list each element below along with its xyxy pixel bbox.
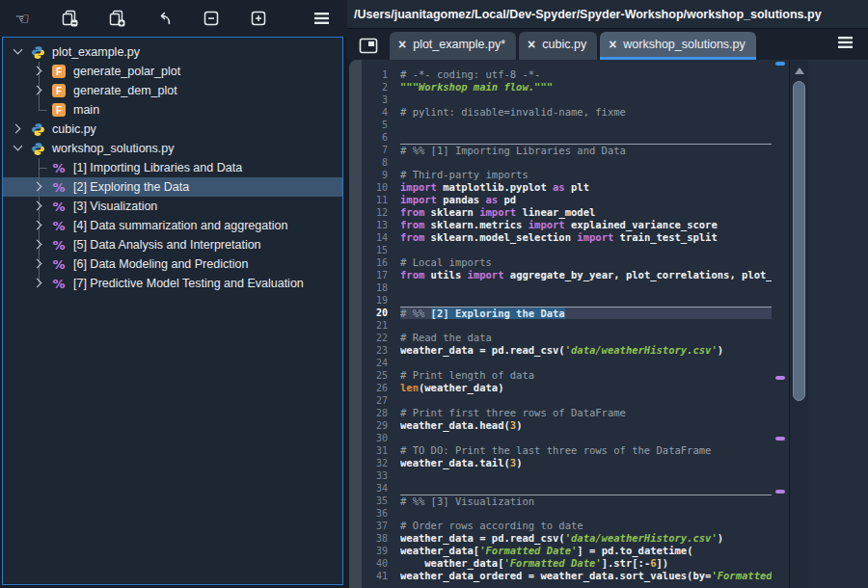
code-line-content (400, 294, 772, 307)
editor-tab[interactable]: ×cubic.py (519, 32, 597, 60)
collapse-all-button[interactable] (60, 9, 79, 28)
code-line-content: # Print first three rows of DataFrame (400, 407, 772, 419)
options-menu-button[interactable] (312, 9, 331, 28)
tab-label: cubic.py (542, 38, 586, 51)
close-icon[interactable]: × (528, 39, 535, 50)
line-number: 8 (362, 156, 400, 169)
chevron-right-icon[interactable] (30, 177, 49, 197)
go-to-cursor-icon (155, 10, 173, 27)
code-line-content (400, 357, 772, 369)
outline-pane: plot_example.pyFgenerate_polar_plotFgene… (2, 37, 343, 585)
outline-item-label: plot_example.py (47, 45, 140, 59)
code-line: 13from sklearn.metrics import explained_… (362, 219, 772, 231)
chevron-right-icon[interactable] (9, 120, 28, 139)
outline-item-label: generate_dem_plot (68, 84, 177, 97)
editor-panel: 1# -*- coding: utf-8 -*-2"""Workshop mai… (349, 60, 868, 588)
outline-item[interactable]: %[1] Importing Libraries and Data (3, 158, 342, 177)
code-line: 15 (362, 244, 772, 256)
chevron-right-icon[interactable] (30, 235, 49, 254)
editor-tab[interactable]: ×workshop_solutions.py (600, 32, 756, 60)
go-to-cursor-button[interactable] (154, 9, 174, 28)
code-line: 32weather_data.tail(3) (362, 457, 772, 469)
line-number: 34 (362, 482, 400, 494)
code-line: 4# pylint: disable=invalid-name, fixme (362, 106, 772, 119)
code-line: 25# Print length of data (362, 369, 772, 382)
line-number: 36 (362, 507, 400, 520)
editor-tab-bar: ×plot_example.py*×cubic.py×workshop_solu… (347, 29, 868, 60)
line-number: 9 (362, 169, 400, 181)
code-line: 40 weather_data['Formatted Date'].str[:-… (362, 557, 772, 570)
chevron-right-icon[interactable] (30, 62, 49, 81)
line-number: 28 (362, 407, 400, 419)
code-line-content: weather_data = pd.read_csv('data/weather… (400, 532, 772, 545)
chevron-down-icon[interactable] (9, 139, 28, 158)
outline-toolbar: ☜ (0, 0, 347, 37)
code-line-content (400, 469, 772, 482)
scrollbar-up-arrow-icon[interactable] (795, 67, 804, 74)
file-path: /Users/juanitagomez/Local/Dev-Spyder/Spy… (354, 8, 822, 21)
tree-connector (30, 158, 49, 177)
line-number: 37 (362, 520, 400, 532)
line-number: 30 (362, 432, 400, 444)
outline-item[interactable]: plot_example.py (3, 42, 342, 62)
outline-item[interactable]: %[6] Data Modeling and Prediction (3, 254, 342, 274)
line-number: 24 (362, 357, 400, 369)
outline-item[interactable]: %[5] Data Analysis and Interpretation (3, 235, 342, 254)
outline-item[interactable]: Fgenerate_polar_plot (3, 62, 342, 81)
code-line-content: # Local imports (400, 256, 772, 269)
expand-all-icon (108, 10, 125, 27)
outline-item-label: [1] Importing Libraries and Data (68, 161, 242, 174)
chevron-right-icon[interactable] (30, 254, 49, 274)
outline-item[interactable]: Fmain (3, 100, 342, 120)
scrollbar-thumb[interactable] (793, 81, 805, 401)
follow-cursor-button[interactable]: ☜ (13, 9, 32, 28)
code-editor[interactable]: 1# -*- coding: utf-8 -*-2"""Workshop mai… (362, 60, 772, 588)
outline-item[interactable]: cubic.py (3, 120, 342, 139)
chevron-right-icon[interactable] (30, 216, 49, 235)
python-icon (31, 142, 45, 156)
code-line: 5 (362, 119, 772, 131)
file-path-bar: /Users/juanitagomez/Local/Dev-Spyder/Spy… (347, 0, 868, 29)
chevron-right-icon[interactable] (30, 81, 49, 100)
line-number: 6 (362, 131, 400, 144)
expand-section-icon (250, 10, 267, 27)
close-icon[interactable]: × (609, 39, 616, 50)
vertical-scrollbar[interactable] (789, 60, 808, 588)
outline-item[interactable]: workshop_solutions.py (3, 139, 342, 158)
outline-item[interactable]: %[2] Exploring the Data (3, 177, 342, 197)
line-number: 31 (362, 444, 400, 457)
outline-item[interactable]: %[3] Visualization (3, 197, 342, 216)
code-line: 19 (362, 294, 772, 307)
function-icon: F (52, 84, 66, 97)
editor-options-button[interactable] (835, 33, 854, 52)
line-number: 41 (362, 570, 400, 582)
collapse-section-button[interactable] (202, 9, 221, 28)
outline-item[interactable]: %[7] Predictive Model Testing and Evalua… (3, 274, 342, 293)
code-cell-icon: % (52, 180, 65, 195)
browse-tabs-button[interactable] (359, 36, 380, 55)
outline-item-label: [5] Data Analysis and Interpretation (68, 238, 261, 252)
line-number: 35 (362, 494, 400, 507)
code-cell-icon: % (52, 277, 65, 291)
chevron-right-icon[interactable] (30, 197, 49, 216)
chevron-right-icon[interactable] (30, 274, 49, 293)
editor-tab[interactable]: ×plot_example.py* (390, 32, 516, 60)
line-number: 1 (362, 68, 400, 81)
code-line-content (400, 319, 772, 332)
outline-item[interactable]: Fgenerate_dem_plot (3, 81, 342, 100)
code-line: 20# %% [2] Exploring the Data (362, 307, 772, 319)
code-line-content: weather_data['Formatted Date'].str[:-6]) (400, 557, 772, 570)
code-line-content: # Print length of data (400, 369, 772, 382)
outline-item-label: [4] Data summarization and aggregation (68, 219, 287, 232)
close-icon[interactable]: × (398, 39, 406, 50)
line-number: 17 (362, 269, 400, 281)
code-line: 37# Order rows according to date (362, 520, 772, 532)
function-icon: F (52, 65, 66, 78)
chevron-down-icon[interactable] (9, 42, 28, 62)
code-line-content: from sklearn.model_selection import trai… (400, 231, 772, 244)
expand-all-button[interactable] (107, 9, 126, 28)
outline-item[interactable]: %[4] Data summarization and aggregation (3, 216, 342, 235)
line-number: 4 (362, 106, 400, 119)
expand-section-button[interactable] (249, 9, 268, 28)
code-cell-icon: % (52, 161, 65, 175)
